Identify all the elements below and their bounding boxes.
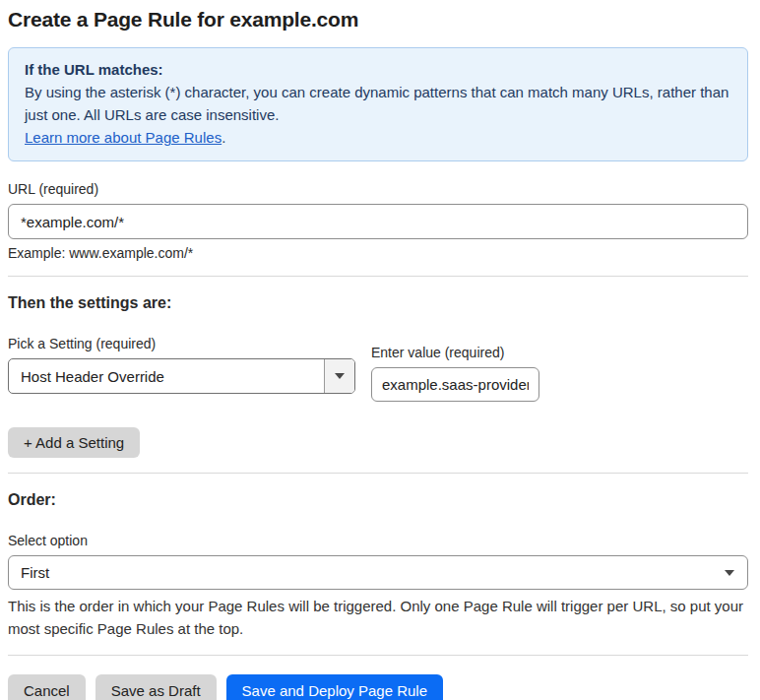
dropdown-arrow-button[interactable]	[324, 359, 354, 393]
order-select[interactable]: First	[8, 555, 748, 590]
info-box-body: By using the asterisk (*) character, you…	[25, 81, 731, 126]
chevron-down-icon	[335, 373, 345, 379]
link-suffix: .	[222, 129, 225, 146]
pick-setting-group: Pick a Setting (required) Host Header Ov…	[8, 336, 355, 394]
order-help-text: This is the order in which your Page Rul…	[8, 595, 748, 640]
setting-select-value: Host Header Override	[9, 368, 324, 385]
save-deploy-button[interactable]: Save and Deploy Page Rule	[226, 674, 443, 700]
add-setting-button[interactable]: + Add a Setting	[8, 427, 140, 458]
enter-value-group: Enter value (required)	[371, 345, 539, 402]
order-field-group: Select option First This is the order in…	[8, 533, 748, 640]
url-label: URL (required)	[8, 181, 748, 197]
url-example-text: Example: www.example.com/*	[8, 245, 748, 261]
cancel-button[interactable]: Cancel	[8, 674, 86, 700]
enter-value-label: Enter value (required)	[371, 345, 539, 360]
url-match-info-box: If the URL matches: By using the asteris…	[8, 47, 748, 161]
pick-setting-label: Pick a Setting (required)	[8, 336, 355, 351]
url-input[interactable]	[8, 204, 748, 239]
save-draft-button[interactable]: Save as Draft	[95, 674, 217, 700]
create-page-rule-form: Create a Page Rule for example.com If th…	[8, 8, 748, 700]
settings-heading: Then the settings are:	[8, 294, 748, 312]
info-link-row: Learn more about Page Rules.	[25, 126, 731, 149]
order-heading: Order:	[8, 491, 748, 509]
section-divider	[8, 276, 748, 277]
setting-row: Pick a Setting (required) Host Header Ov…	[8, 336, 748, 402]
footer-actions: Cancel Save as Draft Save and Deploy Pag…	[8, 674, 748, 700]
setting-value-input[interactable]	[371, 367, 539, 402]
section-divider	[8, 655, 748, 656]
order-select-value: First	[9, 564, 49, 581]
info-box-heading: If the URL matches:	[25, 58, 731, 81]
url-field-group: URL (required) Example: www.example.com/…	[8, 181, 748, 261]
order-select-label: Select option	[8, 533, 748, 548]
page-title: Create a Page Rule for example.com	[8, 8, 748, 32]
chevron-down-icon	[725, 570, 734, 576]
section-divider	[8, 473, 748, 474]
setting-select[interactable]: Host Header Override	[8, 358, 355, 394]
learn-more-link[interactable]: Learn more about Page Rules	[25, 129, 222, 146]
